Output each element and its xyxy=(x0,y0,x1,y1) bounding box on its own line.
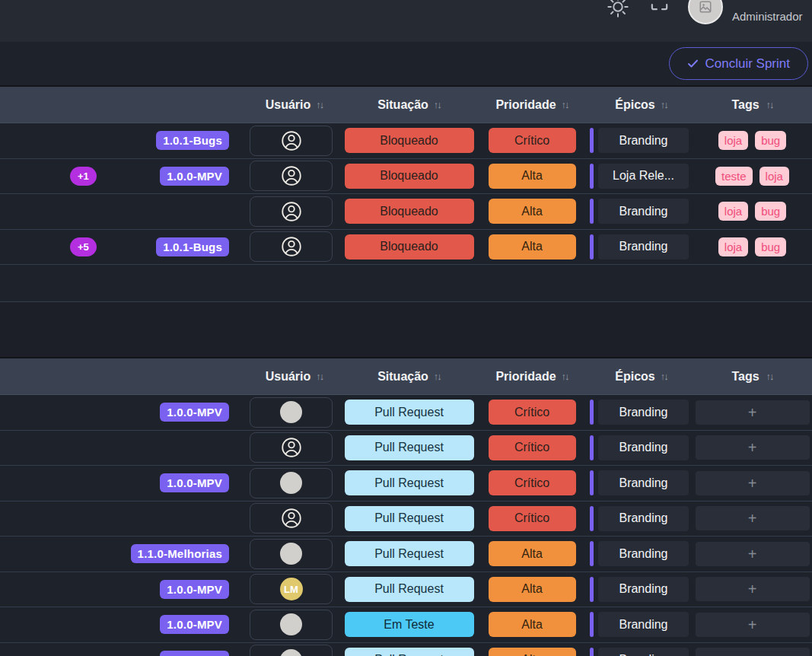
version-badge[interactable]: 1.0.1-Bugs xyxy=(156,131,229,150)
add-tag-button[interactable]: + xyxy=(696,648,810,656)
add-tag-button[interactable]: + xyxy=(696,471,810,495)
user-avatar-icon xyxy=(280,507,303,530)
tag-badge[interactable]: loja xyxy=(718,131,748,150)
status-badge[interactable]: Em Teste xyxy=(345,612,474,637)
user-menu[interactable]: Administrador xyxy=(688,0,803,24)
assignee-box[interactable] xyxy=(250,397,333,428)
assignee-cell xyxy=(250,196,339,227)
version-badge[interactable]: 1.0.0-MPV xyxy=(160,403,229,422)
status-badge[interactable]: Bloqueado xyxy=(345,199,474,224)
status-badge[interactable]: Pull Request xyxy=(345,577,474,602)
priority-badge[interactable]: Alta xyxy=(489,577,576,602)
column-header-epicos[interactable]: Épicos↑↓ xyxy=(584,98,693,112)
complete-sprint-button[interactable]: Concluir Sprint xyxy=(669,47,809,80)
epic-badge[interactable]: Branding xyxy=(590,612,689,637)
add-tag-button[interactable]: + xyxy=(696,613,810,637)
assignee-box[interactable]: LM xyxy=(250,574,333,604)
priority-badge[interactable]: Crítico xyxy=(489,400,576,425)
assignee-box[interactable] xyxy=(250,196,333,227)
overflow-count-badge[interactable]: +1 xyxy=(70,167,97,186)
epic-cell: Branding xyxy=(584,199,693,224)
epic-badge[interactable]: Branding xyxy=(590,234,689,260)
priority-badge[interactable]: Alta xyxy=(489,234,576,260)
assignee-box[interactable] xyxy=(250,231,333,262)
tag-badge[interactable]: bug xyxy=(755,202,786,221)
sort-icon: ↑↓ xyxy=(766,99,773,110)
tag-badge[interactable]: loja xyxy=(718,237,748,256)
epic-badge[interactable]: Branding xyxy=(590,128,689,153)
status-badge[interactable]: Pull Request xyxy=(345,648,474,656)
epic-color-bar xyxy=(590,400,594,425)
priority-badge[interactable]: Alta xyxy=(489,648,576,656)
column-header-usuario[interactable]: Usuário↑↓ xyxy=(250,370,339,384)
task-row xyxy=(0,265,812,302)
assignee-box[interactable] xyxy=(250,432,333,463)
add-tag-button[interactable]: + xyxy=(696,400,810,425)
assignee-box[interactable] xyxy=(250,468,333,498)
status-badge[interactable]: Pull Request xyxy=(345,470,474,495)
epic-badge[interactable]: Branding xyxy=(590,541,689,566)
priority-badge[interactable]: Crítico xyxy=(489,470,576,495)
tag-badge[interactable]: loja xyxy=(759,167,789,186)
column-header-tags[interactable]: Tags↑↓ xyxy=(693,98,812,112)
priority-badge[interactable]: Alta xyxy=(489,612,576,637)
add-tag-button[interactable]: + xyxy=(696,435,810,460)
tag-badge[interactable]: loja xyxy=(718,202,748,221)
column-header-prioridade[interactable]: Prioridade↑↓ xyxy=(479,370,584,384)
epic-badge[interactable]: Loja Rele... xyxy=(590,164,689,189)
tag-badge[interactable]: bug xyxy=(755,237,786,256)
column-header-tags[interactable]: Tags↑↓ xyxy=(693,370,812,384)
priority-cell: Alta xyxy=(479,234,584,260)
priority-badge[interactable]: Alta xyxy=(489,199,576,224)
version-badge[interactable]: 1.0.0-MPV xyxy=(160,651,229,656)
status-badge[interactable]: Bloqueado xyxy=(345,234,474,260)
add-tag-button[interactable]: + xyxy=(696,542,810,566)
fullscreen-icon[interactable] xyxy=(648,0,670,13)
epic-label: Branding xyxy=(598,199,689,224)
status-badge[interactable]: Bloqueado xyxy=(345,164,474,189)
version-badge[interactable]: 1.0.1-Bugs xyxy=(156,237,229,256)
assignee-cell xyxy=(250,231,339,262)
epic-badge[interactable]: Branding xyxy=(590,435,689,460)
add-tag-button[interactable]: + xyxy=(696,506,810,530)
assignee-box[interactable] xyxy=(250,539,333,569)
assignee-box[interactable] xyxy=(250,645,333,656)
epic-badge[interactable]: Branding xyxy=(590,199,689,224)
column-header-epicos[interactable]: Épicos↑↓ xyxy=(584,370,693,384)
column-header-situacao[interactable]: Situação↑↓ xyxy=(339,98,479,112)
epic-badge[interactable]: Branding xyxy=(590,506,689,531)
tag-badge[interactable]: teste xyxy=(715,167,753,186)
overflow-count-badge[interactable]: +5 xyxy=(70,237,97,256)
assignee-box[interactable] xyxy=(250,503,333,533)
user-avatar[interactable] xyxy=(688,0,723,24)
status-badge[interactable]: Pull Request xyxy=(345,435,474,460)
status-badge[interactable]: Bloqueado xyxy=(345,128,474,153)
version-badge[interactable]: 1.0.0-MPV xyxy=(160,580,229,599)
epic-badge[interactable]: Branding xyxy=(590,470,689,495)
version-badge[interactable]: 1.0.0-MPV xyxy=(160,167,229,186)
column-header-usuario[interactable]: Usuário↑↓ xyxy=(250,98,339,112)
status-badge[interactable]: Pull Request xyxy=(345,541,474,566)
priority-badge[interactable]: Crítico xyxy=(489,435,576,460)
assignee-box[interactable] xyxy=(250,126,333,156)
priority-badge[interactable]: Crítico xyxy=(489,128,576,153)
epic-badge[interactable]: Branding xyxy=(590,577,689,602)
epic-color-bar xyxy=(590,435,594,460)
version-badge[interactable]: 1.0.0-MPV xyxy=(160,473,229,492)
priority-badge[interactable]: Alta xyxy=(489,164,576,189)
priority-badge[interactable]: Crítico xyxy=(489,506,576,531)
column-header-situacao[interactable]: Situação↑↓ xyxy=(339,370,479,384)
add-tag-button[interactable]: + xyxy=(696,577,810,601)
theme-toggle-sun-icon[interactable] xyxy=(606,0,630,19)
priority-badge[interactable]: Alta xyxy=(489,541,576,566)
status-badge[interactable]: Pull Request xyxy=(345,506,474,531)
column-header-prioridade[interactable]: Prioridade↑↓ xyxy=(479,98,584,112)
assignee-box[interactable] xyxy=(250,161,333,191)
epic-badge[interactable]: Branding xyxy=(590,648,689,656)
version-badge[interactable]: 1.1.0-Melhorias xyxy=(131,544,229,563)
tag-badge[interactable]: bug xyxy=(755,131,786,150)
status-badge[interactable]: Pull Request xyxy=(345,400,474,425)
version-badge[interactable]: 1.0.0-MPV xyxy=(160,615,229,634)
epic-badge[interactable]: Branding xyxy=(590,400,689,425)
assignee-box[interactable] xyxy=(250,610,333,640)
